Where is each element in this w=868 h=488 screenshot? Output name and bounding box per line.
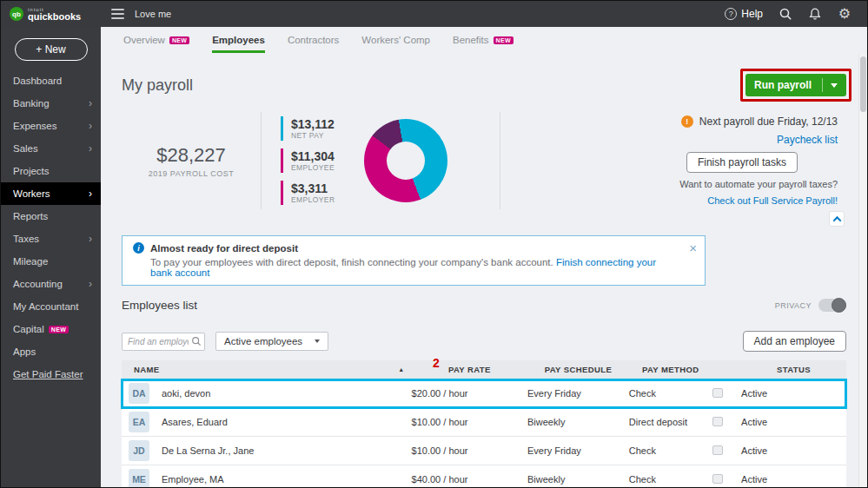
- sidebar-item-label: Reports: [13, 211, 48, 221]
- sidebar: + New Dashboard Banking› Expenses› Sales…: [1, 27, 101, 487]
- button-divider: [822, 78, 823, 92]
- tab-workers-comp[interactable]: Workers' Comp: [361, 27, 430, 53]
- stat-value: $11,304: [291, 149, 335, 164]
- sidebar-item-label: Banking: [13, 98, 50, 109]
- paycheck-list-link[interactable]: Paycheck list: [777, 134, 838, 146]
- sidebar-item-expenses[interactable]: Expenses›: [1, 115, 101, 137]
- tab-label: Employees: [212, 35, 265, 45]
- pay-schedule-cell: Every Friday: [527, 445, 629, 456]
- add-employee-button[interactable]: Add an employee: [743, 331, 846, 352]
- filter-value: Active employees: [224, 336, 302, 346]
- stat-text: $13,112 NET PAY: [291, 117, 335, 141]
- pay-method-cell: Check: [629, 445, 712, 456]
- employee-avatar: ME: [129, 469, 149, 488]
- search-icon[interactable]: [779, 7, 792, 21]
- stat-label: EMPLOYEE: [291, 163, 335, 172]
- vertical-scrollbar: [858, 55, 867, 487]
- hamburger-menu-icon[interactable]: [111, 9, 124, 19]
- employee-avatar: DA: [129, 383, 149, 404]
- employees-table: 2 NAME ▲ PAY RATE PAY SCHEDULE PAY METHO…: [122, 360, 846, 488]
- topbar-actions: ? Help ⚙: [725, 7, 867, 21]
- tab-contractors[interactable]: Contractors: [288, 27, 339, 53]
- paycheck-icon: [712, 388, 723, 398]
- chevron-right-icon: ›: [89, 278, 92, 290]
- table-row[interactable]: ME Employee, MA $40.00 / hour Biweekly C…: [122, 465, 846, 488]
- payroll-total-value: $28,227: [122, 144, 261, 167]
- sort-ascending-icon: ▲: [398, 366, 404, 373]
- automate-question: Want to automate your payroll taxes?: [679, 179, 838, 189]
- employee-name-cell: EA Asares, Eduard: [122, 412, 412, 432]
- sidebar-item-label: Get Paid Faster: [13, 369, 83, 379]
- column-header-pay-schedule: PAY SCHEDULE: [527, 365, 629, 374]
- employee-name[interactable]: De La Serna Jr., Jane: [162, 445, 254, 456]
- search-icon: [191, 336, 202, 346]
- sidebar-item-projects[interactable]: Projects: [1, 160, 101, 182]
- scrollbar-thumb[interactable]: [860, 56, 866, 112]
- tab-label: Overview: [123, 35, 165, 45]
- collapse-panel-button[interactable]: [829, 211, 845, 227]
- sidebar-item-get-paid-faster[interactable]: Get Paid Faster: [1, 363, 101, 386]
- chevron-right-icon: ›: [89, 188, 92, 200]
- table-row[interactable]: JD De La Serna Jr., Jane $10.00 / hour E…: [122, 437, 846, 465]
- paycheck-icon: [712, 445, 723, 455]
- tab-overview[interactable]: OverviewNEW: [123, 27, 189, 53]
- full-service-payroll-link[interactable]: Check out Full Service Payroll!: [707, 195, 838, 206]
- notifications-bell-icon[interactable]: [808, 7, 822, 21]
- sidebar-item-dashboard[interactable]: Dashboard: [1, 69, 101, 92]
- alert-title: Almost ready for direct deposit: [150, 243, 298, 254]
- privacy-toggle[interactable]: [818, 299, 846, 312]
- quickbooks-logo: qb intuit quickbooks: [1, 7, 101, 22]
- sidebar-item-my-accountant[interactable]: My Accountant: [1, 295, 101, 318]
- sidebar-item-taxes[interactable]: Taxes›: [1, 228, 101, 250]
- tab-benefits[interactable]: BenefitsNEW: [453, 27, 514, 53]
- stat-text: $11,304 EMPLOYEE: [291, 149, 335, 173]
- pay-rate-cell: $20.00 / hour: [412, 388, 527, 399]
- new-badge: NEW: [49, 326, 69, 333]
- employee-name[interactable]: Asares, Eduard: [162, 417, 228, 427]
- stat-employer: $3,311 EMPLOYER: [281, 181, 335, 205]
- run-payroll-button[interactable]: Run payroll: [745, 74, 846, 96]
- employee-name-cell: JD De La Serna Jr., Jane: [122, 440, 412, 461]
- table-header: NAME ▲ PAY RATE PAY SCHEDULE PAY METHOD …: [122, 360, 846, 379]
- qb-logo-icon: qb: [10, 7, 23, 21]
- chevron-down-icon[interactable]: [831, 83, 838, 88]
- run-payroll-label: Run payroll: [754, 79, 812, 91]
- sidebar-item-accounting[interactable]: Accounting›: [1, 273, 101, 295]
- help-button[interactable]: ? Help: [725, 8, 763, 20]
- sidebar-item-reports[interactable]: Reports: [1, 205, 101, 228]
- sidebar-item-label: Dashboard: [13, 76, 62, 86]
- column-header-pay-method: PAY METHOD: [629, 365, 712, 374]
- settings-gear-icon[interactable]: ⚙: [838, 7, 851, 21]
- finish-payroll-tasks-button[interactable]: Finish payroll tasks: [686, 152, 798, 173]
- column-header-name[interactable]: NAME ▲: [122, 365, 412, 374]
- table-row[interactable]: EA Asares, Eduard $10.00 / hour Biweekly…: [122, 408, 846, 437]
- column-header-status: STATUS: [741, 365, 846, 374]
- employee-name[interactable]: Employee, MA: [162, 474, 224, 485]
- chevron-right-icon: ›: [89, 233, 92, 245]
- sidebar-item-apps[interactable]: Apps: [1, 340, 101, 363]
- privacy-control: PRIVACY: [775, 299, 846, 312]
- table-row[interactable]: DA aoki, devon $20.00 / hour Every Frida…: [122, 379, 846, 408]
- sidebar-item-banking[interactable]: Banking›: [1, 92, 101, 115]
- tab-employees[interactable]: Employees: [212, 27, 265, 53]
- sidebar-item-label: Capital: [13, 324, 44, 334]
- employee-filter-dropdown[interactable]: Active employees: [215, 332, 328, 351]
- sidebar-item-workers[interactable]: Workers›: [1, 182, 101, 205]
- sidebar-item-label: Mileage: [13, 256, 48, 267]
- paycheck-icon: [712, 417, 723, 426]
- close-icon[interactable]: ×: [689, 241, 697, 254]
- paycheck-icon: [712, 474, 723, 484]
- sidebar-item-label-wrap: CapitalNEW: [13, 324, 69, 334]
- employee-name[interactable]: aoki, devon: [162, 388, 210, 399]
- payroll-summary-panel: $28,227 2019 PAYROLL COST $13,112 NET PA…: [122, 112, 850, 209]
- new-button[interactable]: + New: [15, 38, 88, 61]
- pay-method-icon-cell: [712, 445, 741, 457]
- sidebar-item-capital[interactable]: CapitalNEW: [1, 318, 101, 340]
- sidebar-item-sales[interactable]: Sales›: [1, 137, 101, 160]
- alert-body: To pay your employees with direct deposi…: [150, 257, 680, 278]
- page-header: My payroll Run payroll: [101, 53, 858, 102]
- help-label: Help: [741, 8, 763, 20]
- quickbooks-app: qb intuit quickbooks Love me ? Help ⚙ + …: [0, 0, 868, 488]
- question-icon: ?: [725, 8, 737, 20]
- sidebar-item-mileage[interactable]: Mileage: [1, 250, 101, 273]
